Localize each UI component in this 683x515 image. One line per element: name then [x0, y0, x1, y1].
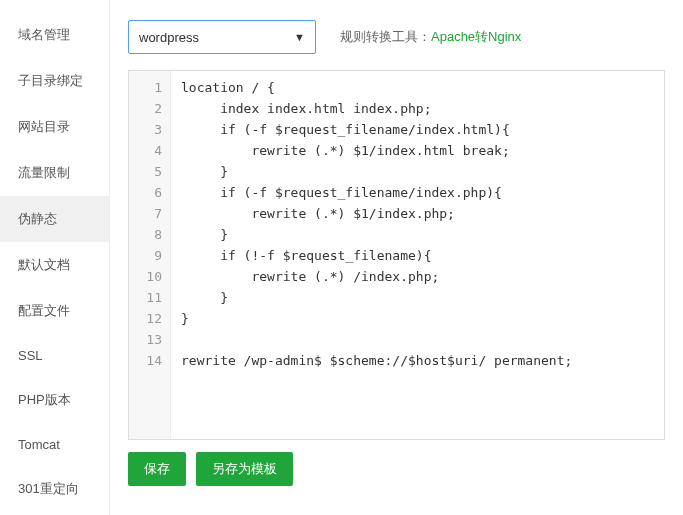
template-select-value: wordpress: [139, 30, 294, 45]
sidebar-item[interactable]: 网站目录: [0, 104, 109, 150]
converter-link[interactable]: Apache转Nginx: [431, 29, 521, 44]
sidebar-item[interactable]: 301重定向: [0, 466, 109, 512]
code-line: rewrite (.*) /index.php;: [181, 266, 654, 287]
sidebar: 域名管理子目录绑定网站目录流量限制伪静态默认文档配置文件SSLPHP版本Tomc…: [0, 0, 110, 515]
topbar: wordpress ▼ 规则转换工具：Apache转Nginx: [128, 20, 665, 54]
code-line: if (-f $request_filename/index.html){: [181, 119, 654, 140]
line-number: 4: [129, 140, 162, 161]
code-line: rewrite (.*) $1/index.php;: [181, 203, 654, 224]
sidebar-item[interactable]: PHP版本: [0, 377, 109, 423]
code-line: [181, 329, 654, 350]
code-editor[interactable]: 1234567891011121314 location / { index i…: [128, 70, 665, 440]
sidebar-item[interactable]: 流量限制: [0, 150, 109, 196]
line-number: 7: [129, 203, 162, 224]
button-row: 保存 另存为模板: [128, 452, 665, 486]
converter-tool: 规则转换工具：Apache转Nginx: [340, 28, 521, 46]
code-line: location / {: [181, 77, 654, 98]
line-number: 2: [129, 98, 162, 119]
code-line: if (-f $request_filename/index.php){: [181, 182, 654, 203]
chevron-down-icon: ▼: [294, 31, 305, 43]
line-gutter: 1234567891011121314: [129, 71, 171, 439]
line-number: 5: [129, 161, 162, 182]
line-number: 12: [129, 308, 162, 329]
line-number: 10: [129, 266, 162, 287]
line-number: 1: [129, 77, 162, 98]
code-line: index index.html index.php;: [181, 98, 654, 119]
main-panel: wordpress ▼ 规则转换工具：Apache转Nginx 12345678…: [110, 0, 683, 515]
save-button[interactable]: 保存: [128, 452, 186, 486]
code-line: }: [181, 287, 654, 308]
line-number: 13: [129, 329, 162, 350]
sidebar-item[interactable]: 伪静态: [0, 196, 109, 242]
line-number: 3: [129, 119, 162, 140]
code-line: rewrite (.*) $1/index.html break;: [181, 140, 654, 161]
sidebar-item[interactable]: 配置文件: [0, 288, 109, 334]
line-number: 11: [129, 287, 162, 308]
code-line: if (!-f $request_filename){: [181, 245, 654, 266]
sidebar-item[interactable]: Tomcat: [0, 423, 109, 466]
line-number: 9: [129, 245, 162, 266]
save-as-template-button[interactable]: 另存为模板: [196, 452, 293, 486]
sidebar-item[interactable]: 域名管理: [0, 12, 109, 58]
sidebar-item[interactable]: 子目录绑定: [0, 58, 109, 104]
line-number: 6: [129, 182, 162, 203]
code-line: rewrite /wp-admin$ $scheme://$host$uri/ …: [181, 350, 654, 371]
code-content[interactable]: location / { index index.html index.php;…: [171, 71, 664, 439]
code-line: }: [181, 308, 654, 329]
code-line: }: [181, 161, 654, 182]
template-select[interactable]: wordpress ▼: [128, 20, 316, 54]
sidebar-item[interactable]: SSL: [0, 334, 109, 377]
line-number: 14: [129, 350, 162, 371]
line-number: 8: [129, 224, 162, 245]
sidebar-item[interactable]: 默认文档: [0, 242, 109, 288]
code-line: }: [181, 224, 654, 245]
converter-label: 规则转换工具：: [340, 29, 431, 44]
